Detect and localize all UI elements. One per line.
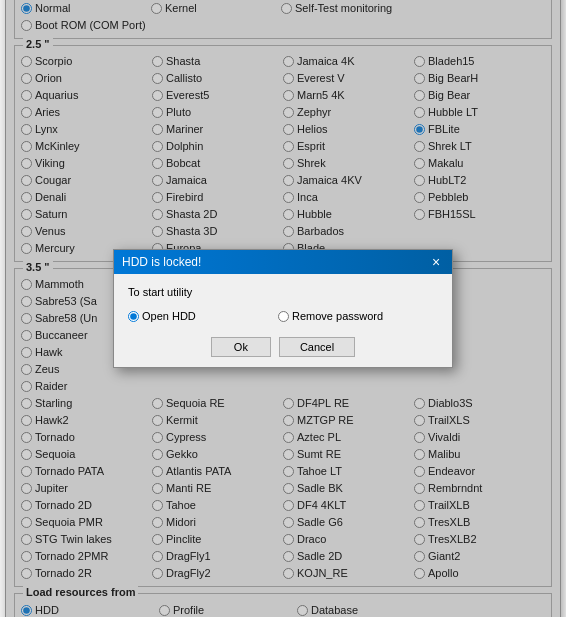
modal-cancel-button[interactable]: Cancel	[279, 337, 355, 357]
modal-open-hdd-radio[interactable]	[128, 311, 139, 322]
modal-message: To start utility	[128, 286, 438, 298]
modal-ok-button[interactable]: Ok	[211, 337, 271, 357]
main-window: Utility start × Mode Normal Kernel	[5, 0, 561, 617]
modal-remove-password-label: Remove password	[292, 310, 383, 322]
modal-buttons: Ok Cancel	[128, 337, 438, 357]
modal-title-bar: HDD is locked! ×	[114, 250, 452, 274]
modal-remove-password-radio[interactable]	[278, 311, 289, 322]
modal-remove-password-item[interactable]: Remove password	[278, 308, 408, 324]
modal-open-hdd-item[interactable]: Open HDD	[128, 308, 258, 324]
modal-open-hdd-label: Open HDD	[142, 310, 196, 322]
modal-close-button[interactable]: ×	[428, 254, 444, 270]
modal-title: HDD is locked!	[122, 255, 201, 269]
modal-options: Open HDD Remove password	[128, 308, 438, 325]
modal-overlay: HDD is locked! × To start utility Open H…	[6, 0, 560, 617]
hdd-locked-modal: HDD is locked! × To start utility Open H…	[113, 249, 453, 368]
modal-body: To start utility Open HDD Remove passwor…	[114, 274, 452, 367]
